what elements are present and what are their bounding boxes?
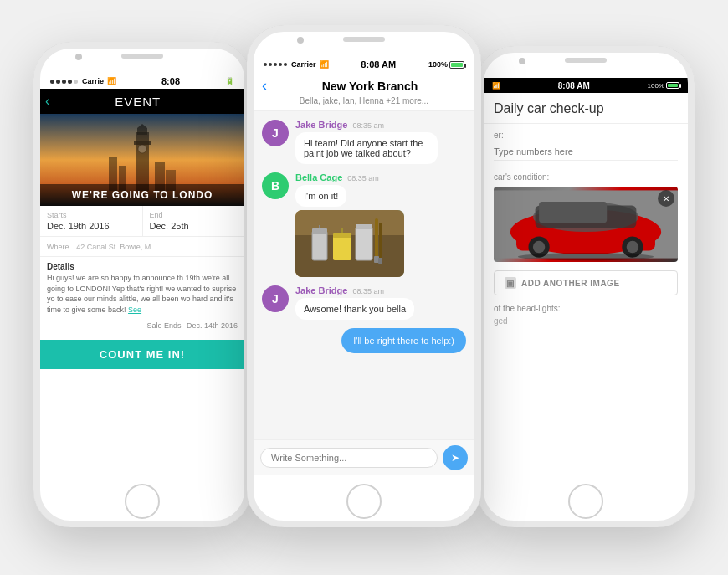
svg-marker-5 xyxy=(137,124,147,128)
status-bar-center: Carrier 📶 8:08 AM 100% xyxy=(254,57,474,72)
car-photo-section: car's condition: xyxy=(484,167,688,267)
chat-subtitle: Bella, jake, Ian, Henna +21 more... xyxy=(262,96,466,105)
phone-camera-right xyxy=(519,58,525,64)
message-3: J Jake Bridge 08:35 am Awsome! thank you… xyxy=(262,285,466,320)
chat-input-field[interactable] xyxy=(260,448,438,468)
sale-ends-date: Dec. 14th 2016 xyxy=(187,321,238,330)
sender-name-3: Jake Bridge xyxy=(295,285,347,295)
message-time-3: 08:35 am xyxy=(352,287,384,295)
battery-icon-right xyxy=(666,82,679,89)
ends-label: End xyxy=(150,211,238,219)
svg-rect-17 xyxy=(356,227,372,260)
phone-camera-center xyxy=(297,37,304,44)
car-number-section: er: xyxy=(484,124,688,167)
count-me-in-button[interactable]: COUNT ME IN! xyxy=(40,340,244,369)
avatar-jake-1: J xyxy=(262,120,289,146)
details-text: Hi guys! we are so happy to announce th … xyxy=(40,273,244,315)
message-2: B Bella Cage 08:35 am I'm on it! xyxy=(262,172,466,277)
car-lights-section: of the head-lights: ged xyxy=(484,299,688,331)
svg-rect-11 xyxy=(312,231,327,260)
wifi-icon-left: 📶 xyxy=(107,77,116,85)
svg-point-6 xyxy=(138,145,146,153)
name-time-2: Bella Cage 08:35 am xyxy=(295,172,466,182)
time-center: 8:08 AM xyxy=(361,59,396,69)
time-right: 8:08 AM xyxy=(558,81,590,90)
car-number-input[interactable] xyxy=(494,143,678,161)
paint-cans-image xyxy=(295,210,404,277)
svg-point-32 xyxy=(627,241,638,253)
where-label: Where xyxy=(47,243,69,251)
phone-speaker-right xyxy=(565,58,607,63)
name-time-3: Jake Bridge 08:35 am xyxy=(295,285,466,295)
svg-rect-3 xyxy=(134,141,151,145)
paint-image-svg xyxy=(295,210,404,277)
event-title: EVENT xyxy=(49,95,226,109)
svg-rect-4 xyxy=(137,128,147,135)
event-dates: Starts Dec. 19th 2016 End Dec. 25th xyxy=(40,206,244,237)
message-bubble-3: Awsome! thank you bella xyxy=(295,298,414,320)
event-header: ‹ EVENT xyxy=(40,89,244,114)
lights-value: ged xyxy=(494,313,678,326)
battery-icon-left: 🔋 xyxy=(225,77,234,85)
carrier-center: Carrier xyxy=(291,60,316,69)
chat-header: ‹ New York Branch Bella, jake, Ian, Henn… xyxy=(254,72,474,111)
phone-speaker-left xyxy=(121,54,163,59)
event-where: Where 42 Canal St. Bowie, M xyxy=(40,237,244,257)
avatar-bella: B xyxy=(262,172,289,199)
phone-right: 📶 8:08 AM 100% Daily car check-up xyxy=(477,46,695,527)
svg-point-33 xyxy=(518,253,654,260)
lights-label: of the head-lights: xyxy=(494,304,678,313)
event-sale-ends: Sale Ends Dec. 14th 2016 xyxy=(40,315,244,336)
battery-icon-center xyxy=(449,61,464,69)
phones-container: Carrie 📶 8:08 🔋 ‹ EVENT xyxy=(0,0,728,575)
starts-label: Starts xyxy=(47,211,136,219)
car-title: Daily car check-up xyxy=(494,101,678,116)
svg-point-30 xyxy=(533,241,545,253)
message-bubble-1: Hi team! Did anyone start the paint job … xyxy=(295,132,438,164)
details-link[interactable]: See xyxy=(128,305,141,314)
add-image-label: ADD ANOTHER IMAGE xyxy=(521,279,620,288)
phone-screen-left: Carrie 📶 8:08 🔋 ‹ EVENT xyxy=(40,74,244,475)
ends-value: Dec. 25th xyxy=(150,221,238,231)
add-image-icon: ▣ xyxy=(505,277,516,289)
message-1: J Jake Bridge 08:35 am Hi team! Did anyo… xyxy=(262,120,466,164)
chat-title: New York Branch xyxy=(274,80,466,93)
message-time-1: 08:35 am xyxy=(352,121,384,130)
car-photo: ✕ xyxy=(494,187,678,262)
phone-home-center[interactable] xyxy=(346,484,382,519)
where-value: 42 Canal St. Bowie, M xyxy=(76,243,151,251)
phone-screen-center: Carrier 📶 8:08 AM 100% ‹ xyxy=(254,57,474,475)
svg-rect-19 xyxy=(375,218,378,260)
message-sent: I'll be right there to help:) xyxy=(262,328,466,353)
bubble-wrap-3: Jake Bridge 08:35 am Awsome! thank you b… xyxy=(295,285,466,320)
phone-home-left[interactable] xyxy=(125,484,160,519)
carrier-dots-center xyxy=(264,63,287,66)
carrier-dots-left xyxy=(50,80,78,84)
wifi-icon-center: 📶 xyxy=(320,60,329,69)
phone-home-right[interactable] xyxy=(568,484,603,519)
chat-nav: ‹ New York Branch xyxy=(262,75,466,96)
svg-rect-12 xyxy=(312,228,327,234)
phone-camera-left xyxy=(75,54,82,60)
svg-rect-21 xyxy=(379,223,382,260)
name-time-1: Jake Bridge 08:35 am xyxy=(295,120,466,130)
event-image: WE'RE GOING TO LONDO xyxy=(40,114,244,206)
sender-name-2: Bella Cage xyxy=(295,172,342,182)
starts-value: Dec. 19th 2016 xyxy=(47,221,136,231)
bubble-wrap-1: Jake Bridge 08:35 am Hi team! Did anyone… xyxy=(295,120,466,164)
car-photo-label: car's condition: xyxy=(494,172,678,182)
details-label: Details xyxy=(40,257,244,273)
chat-input-area: ➤ xyxy=(254,439,474,475)
remove-photo-button[interactable]: ✕ xyxy=(658,190,674,207)
carrier-name-left: Carrie xyxy=(82,77,104,85)
time-left: 8:08 xyxy=(161,76,180,86)
add-image-button[interactable]: ▣ ADD ANOTHER IMAGE xyxy=(494,270,678,295)
send-button[interactable]: ➤ xyxy=(443,445,468,470)
chat-back-button[interactable]: ‹ xyxy=(262,77,267,95)
avatar-jake-2: J xyxy=(262,285,289,312)
sender-name-1: Jake Bridge xyxy=(295,120,347,130)
svg-rect-15 xyxy=(333,233,351,238)
message-bubble-2: I'm on it! xyxy=(295,185,346,207)
message-time-2: 08:35 am xyxy=(347,174,379,182)
sale-ends-label: Sale Ends xyxy=(146,321,181,330)
